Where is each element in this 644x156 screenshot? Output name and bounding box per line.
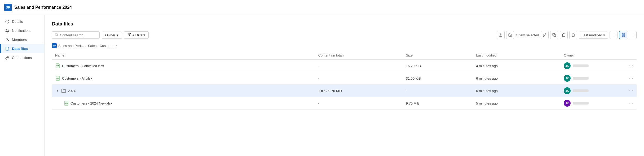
sidebar-item-connections[interactable]: Connections <box>0 53 44 62</box>
owner-cell: JK <box>564 62 616 69</box>
folder-modified: 6 minutes ago <box>473 85 561 97</box>
upload-button[interactable] <box>497 31 505 39</box>
breadcrumb-sep-2: / <box>116 44 117 48</box>
sidebar-item-members[interactable]: Members <box>0 35 44 44</box>
paste-button[interactable] <box>560 31 568 39</box>
breadcrumb-logo: SP <box>52 43 57 48</box>
owner-filter-button[interactable]: Owner ▾ <box>102 32 122 39</box>
col-header-content: Content (in total) <box>315 51 403 60</box>
sort-button[interactable]: Last modified ▾ <box>579 32 608 39</box>
sort-label: Last modified <box>582 33 602 37</box>
app-header: SP Sales and Performance 2024 <box>0 0 644 15</box>
xlsx-icon: XLS <box>55 76 60 81</box>
avatar: JK <box>564 100 571 107</box>
file-size: 16.29 KiB <box>403 60 473 72</box>
file-name-cell: XLS Customers - Cancelled.xlsx <box>52 60 315 72</box>
svg-rect-25 <box>624 34 625 35</box>
search-input[interactable] <box>60 33 97 37</box>
owner-filter-label: Owner <box>105 33 115 37</box>
owner-name <box>573 77 589 80</box>
owner-cell: JK <box>564 87 616 94</box>
file-size: 9.76 MiB <box>403 97 473 110</box>
file-owner: JK <box>561 60 619 72</box>
breadcrumb-sep-1: / <box>85 44 86 48</box>
svg-point-4 <box>6 47 8 48</box>
sidebar-item-details[interactable]: Details <box>0 17 44 26</box>
file-name: Customers - All.xlsx <box>62 76 92 80</box>
bell-icon <box>5 28 9 33</box>
breadcrumb-link-1[interactable]: Sales and Perf... <box>58 44 84 48</box>
actions-cell: ··· <box>619 85 637 97</box>
link-icon <box>5 55 9 60</box>
toolbar: Owner ▾ All filters 1 item selected <box>52 31 637 39</box>
grid-view-button[interactable] <box>619 31 627 39</box>
all-filters-button[interactable]: All filters <box>124 31 149 39</box>
body: Details Notifications Members Data files… <box>0 15 644 156</box>
svg-rect-27 <box>624 35 625 36</box>
owner-cell: JK <box>564 100 616 107</box>
sidebar-item-label: Data files <box>12 47 28 51</box>
svg-rect-17 <box>563 33 564 34</box>
app-logo: SP <box>4 4 12 11</box>
sidebar-item-label: Members <box>12 38 27 42</box>
cut-button[interactable] <box>541 31 549 39</box>
folder-name: 2024 <box>68 89 76 93</box>
sidebar-item-notifications[interactable]: Notifications <box>0 26 44 35</box>
more-actions-button[interactable]: ··· <box>629 63 633 68</box>
toolbar-right: 1 item selected Last modified ▾ <box>497 31 637 39</box>
breadcrumb-link-2[interactable]: Sales - Custom... <box>88 44 114 48</box>
col-header-name: Name <box>52 51 315 60</box>
svg-text:XLS: XLS <box>65 102 68 104</box>
file-content: - <box>315 60 403 72</box>
more-actions-button[interactable]: ··· <box>629 101 633 105</box>
svg-point-5 <box>55 33 58 36</box>
svg-point-3 <box>7 38 8 39</box>
svg-text:XLS: XLS <box>56 65 59 67</box>
chevron-down-icon: ▾ <box>117 33 118 37</box>
file-modified: 5 minutes ago <box>473 97 561 110</box>
xlsx-icon: XLS <box>64 101 69 106</box>
svg-point-11 <box>543 36 544 37</box>
file-table: Name Content (in total) Size Last modifi… <box>52 51 637 110</box>
sidebar-item-data-files[interactable]: Data files <box>0 44 44 53</box>
app-title: Sales and Performance 2024 <box>14 5 72 10</box>
svg-rect-24 <box>622 34 623 35</box>
folder-size: - <box>403 85 473 97</box>
sort-order-button[interactable] <box>610 31 617 39</box>
breadcrumb: SP Sales and Perf... / Sales - Custom...… <box>52 43 637 48</box>
xlsx-icon: XLS <box>55 63 60 68</box>
search-box[interactable] <box>52 31 100 39</box>
sidebar-item-label: Connections <box>12 56 32 60</box>
info-icon <box>5 19 9 24</box>
copy-button[interactable] <box>550 31 558 39</box>
folder-icon <box>61 88 66 93</box>
expand-chevron-button[interactable]: ▾ <box>55 88 60 93</box>
list-view-button[interactable] <box>629 31 637 39</box>
file-size: 31.50 KiB <box>403 72 473 85</box>
name-cell: XLS Customers - Cancelled.xlsx <box>55 63 312 68</box>
owner-name <box>573 89 589 92</box>
person-icon <box>5 37 9 42</box>
add-folder-button[interactable] <box>506 31 514 39</box>
svg-rect-26 <box>622 35 623 36</box>
file-name: Customers - 2024 New.xlsx <box>70 101 112 105</box>
file-content: - <box>315 72 403 85</box>
filter-icon <box>127 33 131 37</box>
sidebar-item-label: Details <box>12 20 23 24</box>
col-header-modified: Last modified <box>473 51 561 60</box>
file-name-cell: XLS Customers - 2024 New.xlsx <box>52 97 315 110</box>
sidebar: Details Notifications Members Data files… <box>0 15 45 156</box>
avatar: JK <box>564 87 571 94</box>
owner-name <box>573 64 589 67</box>
table-row: XLS Customers - 2024 New.xlsx - 9.76 MiB… <box>52 97 637 110</box>
actions-cell: ··· <box>619 72 637 85</box>
delete-button[interactable] <box>569 31 577 39</box>
name-cell: XLS Customers - 2024 New.xlsx <box>55 101 312 106</box>
actions-cell: ··· <box>619 97 637 110</box>
more-actions-button[interactable]: ··· <box>629 76 633 80</box>
more-actions-button[interactable]: ··· <box>629 88 633 93</box>
file-name-cell: ▾ 2024 <box>52 85 315 97</box>
file-content: - <box>315 97 403 110</box>
owner-name <box>573 102 589 105</box>
selected-count: 1 item selected <box>516 33 539 37</box>
